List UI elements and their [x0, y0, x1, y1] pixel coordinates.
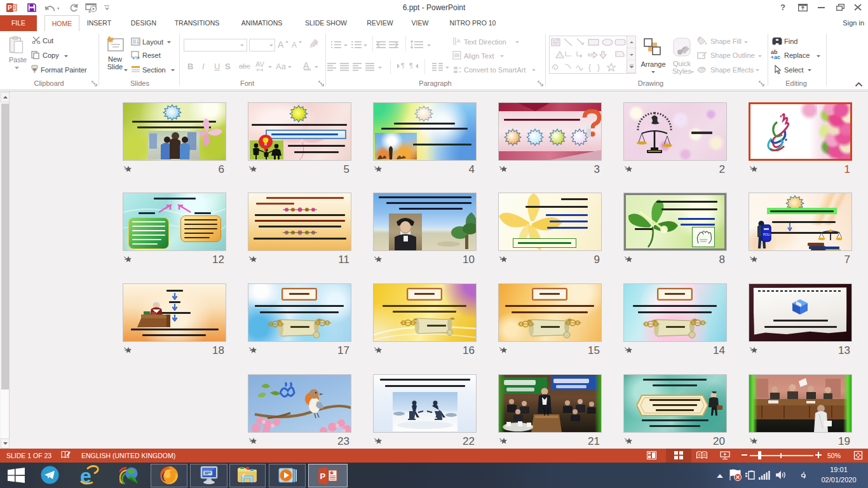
svg-text:POLI: POLI: [763, 233, 770, 236]
svg-text:P: P: [320, 471, 326, 481]
svg-text:P: P: [8, 4, 12, 11]
svg-text:}: }: [597, 63, 600, 72]
svg-text:A: A: [314, 40, 318, 46]
svg-text:A: A: [457, 38, 461, 44]
svg-text:{: {: [588, 63, 591, 72]
